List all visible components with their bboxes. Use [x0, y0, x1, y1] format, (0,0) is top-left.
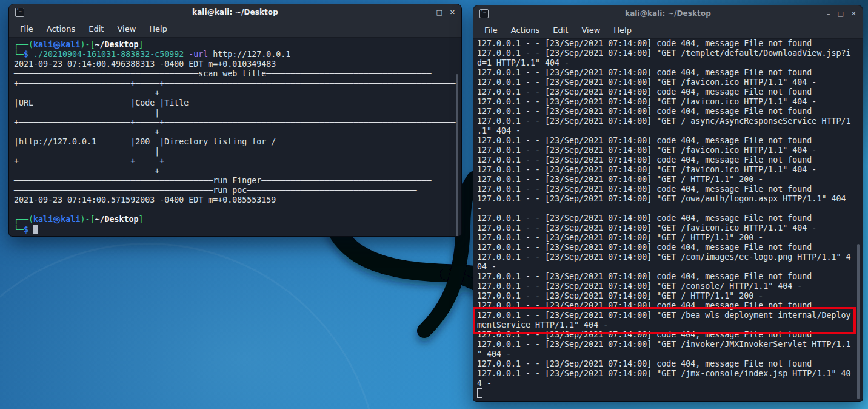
terminal-line: 127.0.0.1 - - [23/Sep/2021 07:14:00] cod…: [477, 243, 863, 252]
terminal-line: 127.0.0.1 - - [23/Sep/2021 07:14:00] cod…: [477, 155, 863, 165]
terminal-line: 127.0.0.1 - - [23/Sep/2021 07:14:00] "GE…: [477, 369, 863, 379]
terminal-line: 127.0.0.1 - - [23/Sep/2021 07:14:00] cod…: [477, 214, 863, 223]
terminal-window-left: kali@kali: ~/Desktop –□✕ FileActionsEdit…: [8, 4, 462, 237]
terminal-line: 127.0.0.1 - - [23/Sep/2021 07:14:00] "GE…: [477, 194, 863, 204]
terminal-window-right: kali@kali: ~/Desktop –□✕ FileActionsEdit…: [473, 5, 863, 402]
window-controls-right: –□✕: [827, 10, 856, 17]
menu-item-view-left[interactable]: View: [111, 22, 142, 35]
terminal-line: -: [477, 204, 863, 214]
menu-item-help-right[interactable]: Help: [607, 24, 638, 36]
menu-item-view-right[interactable]: View: [575, 24, 606, 36]
terminal-line: 127.0.0.1 - - [23/Sep/2021 07:14:00] "GE…: [477, 165, 863, 175]
menu-item-file-left[interactable]: File: [14, 22, 39, 35]
terminal-line: .1" 404 -: [477, 126, 863, 136]
maximize-button[interactable]: □: [837, 10, 843, 17]
terminal-content-right[interactable]: 127.0.0.1 - - [23/Sep/2021 07:14:00] cod…: [473, 39, 863, 401]
terminal-line: |http://127.0.0.1 |200 |Directory listin…: [14, 137, 461, 147]
terminal-line: 127.0.0.1 - - [23/Sep/2021 07:14:00] "GE…: [477, 175, 863, 184]
terminal-line: 127.0.0.1 - - [23/Sep/2021 07:14:00] "GE…: [477, 78, 863, 87]
terminal-line: 127.0.0.1 - - [23/Sep/2021 07:14:00] cod…: [477, 136, 863, 146]
terminal-line: ┌──(kali㉿kali)-[~/Desktop]: [14, 215, 461, 225]
terminal-line: ┌──(kali㉿kali)-[~/Desktop]: [14, 40, 461, 50]
terminal-cursor: [477, 388, 482, 398]
terminal-line: 127.0.0.1 - - [23/Sep/2021 07:14:00] "GE…: [477, 282, 863, 291]
terminal-line: ─────────────────────────────+: [14, 89, 461, 98]
terminal-line: |: [14, 147, 461, 157]
terminal-line: ────────────────────────────────────────…: [14, 186, 461, 195]
window-title-right: kali@kali: ~/Desktop: [473, 9, 863, 18]
terminal-line: |URL |Code |Title: [14, 98, 461, 108]
menu-item-actions-right[interactable]: Actions: [505, 24, 546, 36]
terminal-line: └─$ ./20210904-161031-883832-c50992 -url…: [14, 50, 461, 59]
terminal-line: 127.0.0.1 - - [23/Sep/2021 07:14:00] cod…: [477, 107, 863, 117]
menu-bar-right: FileActionsEditViewHelp: [473, 21, 863, 39]
terminal-cursor: [33, 225, 38, 234]
maximize-button[interactable]: □: [436, 9, 442, 16]
terminal-line: [477, 388, 863, 398]
menu-item-edit-left[interactable]: Edit: [82, 22, 110, 35]
minimize-button[interactable]: –: [827, 10, 830, 17]
menu-item-actions-left[interactable]: Actions: [41, 22, 82, 35]
terminal-line: +───────────────────────+─────+─────────…: [14, 118, 461, 127]
terminal-line: 127.0.0.1 - - [23/Sep/2021 07:14:00] "GE…: [477, 49, 863, 58]
titlebar-right[interactable]: kali@kali: ~/Desktop –□✕: [473, 5, 863, 21]
terminal-lines-left: ┌──(kali㉿kali)-[~/Desktop]└─$ ./20210904…: [14, 40, 461, 234]
terminal-line: ────────────────────────────────────────…: [14, 176, 461, 186]
close-button[interactable]: ✕: [450, 9, 455, 16]
terminal-app-icon: [15, 8, 24, 17]
terminal-line: " 404 -: [477, 350, 863, 359]
window-title-left: kali@kali: ~/Desktop: [9, 8, 461, 16]
menu-bar-left: FileActionsEditViewHelp: [9, 20, 461, 38]
terminal-line: 127.0.0.1 - - [23/Sep/2021 07:14:00] "GE…: [477, 97, 863, 107]
terminal-lines-right: 127.0.0.1 - - [23/Sep/2021 07:14:00] cod…: [477, 39, 863, 398]
terminal-line: ─────────────────────────────+: [14, 127, 461, 137]
terminal-line: 127.0.0.1 - - [23/Sep/2021 07:14:00] "GE…: [477, 340, 863, 350]
menu-item-edit-right[interactable]: Edit: [547, 24, 574, 36]
scrollbar-thumb-left[interactable]: [456, 74, 458, 237]
titlebar-left[interactable]: kali@kali: ~/Desktop –□✕: [9, 4, 461, 20]
menu-item-file-right[interactable]: File: [478, 24, 504, 36]
window-controls-left: –□✕: [426, 9, 455, 16]
terminal-line: └─$: [14, 225, 461, 234]
terminal-line: 127.0.0.1 - - [23/Sep/2021 07:14:00] "GE…: [477, 117, 863, 126]
terminal-line: 127.0.0.1 - - [23/Sep/2021 07:14:00] "GE…: [477, 146, 863, 155]
menu-item-help-left[interactable]: Help: [143, 22, 173, 35]
terminal-line: 127.0.0.1 - - [23/Sep/2021 07:14:00] "GE…: [477, 291, 863, 301]
highlight-box: [473, 307, 856, 334]
terminal-content-left[interactable]: ┌──(kali㉿kali)-[~/Desktop]└─$ ./20210904…: [9, 38, 461, 236]
terminal-line: 2021-09-23 07:14:00.496388313 -0400 EDT …: [14, 59, 461, 69]
terminal-line: +───────────────────────+─────+─────────…: [14, 79, 461, 89]
terminal-line: d=1 HTTP/1.1" 404 -: [477, 58, 863, 68]
terminal-line: 127.0.0.1 - - [23/Sep/2021 07:14:00] cod…: [477, 68, 863, 78]
terminal-line: 2021-09-23 07:14:00.571592003 -0400 EDT …: [14, 195, 461, 205]
terminal-line: |: [14, 108, 461, 118]
terminal-line: 04 -: [477, 262, 863, 272]
terminal-line: 127.0.0.1 - - [23/Sep/2021 07:14:00] cod…: [477, 39, 863, 49]
terminal-line: 127.0.0.1 - - [23/Sep/2021 07:14:00] "GE…: [477, 252, 863, 262]
terminal-line: 127.0.0.1 - - [23/Sep/2021 07:14:00] "GE…: [477, 233, 863, 243]
terminal-line: ─────────────────────────────+: [14, 166, 461, 176]
terminal-line: 127.0.0.1 - - [23/Sep/2021 07:14:00] cod…: [477, 87, 863, 97]
terminal-app-icon: [479, 9, 489, 18]
terminal-line: 4 -: [477, 379, 863, 388]
close-button[interactable]: ✕: [851, 10, 856, 17]
terminal-line: 127.0.0.1 - - [23/Sep/2021 07:14:00] cod…: [477, 272, 863, 282]
terminal-line: +───────────────────────+─────+─────────…: [14, 157, 461, 166]
terminal-line: 127.0.0.1 - - [23/Sep/2021 07:14:00] "GE…: [477, 223, 863, 233]
terminal-line: ──────────────────────────────────────sc…: [14, 69, 461, 79]
scrollbar-thumb-right[interactable]: [857, 244, 860, 399]
terminal-line: [14, 205, 461, 215]
terminal-line: 127.0.0.1 - - [23/Sep/2021 07:14:00] cod…: [477, 184, 863, 194]
minimize-button[interactable]: –: [426, 9, 429, 16]
terminal-line: 127.0.0.1 - - [23/Sep/2021 07:14:00] cod…: [477, 359, 863, 369]
